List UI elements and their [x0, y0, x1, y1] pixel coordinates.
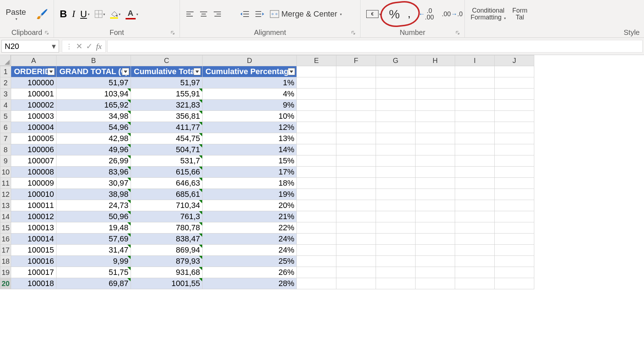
row-header[interactable]: 6: [0, 122, 11, 133]
increase-decimal-button[interactable]: ←.0.00: [417, 7, 435, 21]
cell[interactable]: [376, 245, 416, 256]
cell[interactable]: [297, 133, 336, 144]
cell[interactable]: 49,96: [56, 144, 131, 155]
cell[interactable]: [336, 122, 376, 133]
table-header-cell[interactable]: Cumulative Percentage: [203, 66, 297, 77]
cell[interactable]: [376, 200, 416, 211]
cell[interactable]: 100012: [11, 211, 56, 222]
cell[interactable]: 100016: [11, 256, 56, 267]
cell[interactable]: [297, 144, 336, 155]
cell[interactable]: [495, 77, 534, 89]
cell[interactable]: 26%: [203, 267, 297, 278]
cell[interactable]: [495, 200, 534, 211]
cell[interactable]: 22%: [203, 222, 297, 234]
cell[interactable]: [495, 122, 534, 133]
cell[interactable]: 24%: [203, 245, 297, 256]
cell[interactable]: [416, 222, 455, 234]
cell[interactable]: 646,63: [131, 178, 203, 189]
column-header-A[interactable]: A: [11, 55, 56, 66]
cell[interactable]: [495, 133, 534, 144]
column-header-H[interactable]: H: [416, 55, 455, 66]
cell[interactable]: [455, 111, 495, 122]
cell[interactable]: [336, 278, 376, 289]
cell[interactable]: [495, 256, 534, 267]
table-header-cell[interactable]: Cumulative Total: [131, 66, 203, 77]
column-header-C[interactable]: C: [131, 55, 203, 66]
cell[interactable]: [336, 178, 376, 189]
cell[interactable]: 165,92: [56, 100, 131, 111]
align-left-button[interactable]: [184, 10, 196, 18]
column-header-E[interactable]: E: [297, 55, 336, 66]
column-header-I[interactable]: I: [455, 55, 495, 66]
cell[interactable]: 838,47: [131, 234, 203, 245]
cell[interactable]: 100015: [11, 245, 56, 256]
row-header[interactable]: 13: [0, 200, 11, 211]
cell[interactable]: 100018: [11, 278, 56, 289]
font-color-button[interactable]: A ▾: [124, 8, 140, 20]
align-right-button[interactable]: [212, 10, 223, 18]
row-header[interactable]: 16: [0, 234, 11, 245]
cell[interactable]: [455, 77, 495, 89]
cell[interactable]: [416, 245, 455, 256]
clipboard-launcher[interactable]: [44, 30, 50, 36]
decrease-decimal-button[interactable]: .00→.0: [440, 10, 464, 18]
cell[interactable]: [495, 222, 534, 234]
row-header[interactable]: 10: [0, 167, 11, 178]
cell[interactable]: 1001,55: [131, 278, 203, 289]
cell[interactable]: [495, 278, 534, 289]
cell[interactable]: 12%: [203, 122, 297, 133]
cell[interactable]: [376, 155, 416, 167]
cell[interactable]: 54,96: [56, 122, 131, 133]
cell[interactable]: 780,78: [131, 222, 203, 234]
cell[interactable]: [297, 267, 336, 278]
cell[interactable]: 100010: [11, 189, 56, 200]
cell[interactable]: 504,71: [131, 144, 203, 155]
cell[interactable]: [416, 278, 455, 289]
row-header[interactable]: 1: [0, 66, 11, 77]
cell[interactable]: [416, 122, 455, 133]
cell[interactable]: [495, 245, 534, 256]
select-all-button[interactable]: [0, 55, 11, 66]
cell[interactable]: [416, 167, 455, 178]
column-header-B[interactable]: B: [56, 55, 131, 66]
cell[interactable]: 17%: [203, 167, 297, 178]
cell[interactable]: [376, 189, 416, 200]
conditional-formatting-button[interactable]: Conditional Formatting ▾: [469, 6, 507, 22]
cell[interactable]: [455, 155, 495, 167]
cell[interactable]: 100007: [11, 155, 56, 167]
row-header[interactable]: 3: [0, 89, 11, 100]
cell[interactable]: 19%: [203, 189, 297, 200]
cell[interactable]: [455, 133, 495, 144]
insert-function-button[interactable]: fx: [96, 42, 102, 51]
bold-button[interactable]: B: [58, 8, 68, 21]
cell[interactable]: 28%: [203, 278, 297, 289]
cell[interactable]: 34,98: [56, 111, 131, 122]
cell[interactable]: 100013: [11, 222, 56, 234]
cell[interactable]: [297, 245, 336, 256]
cell[interactable]: [297, 155, 336, 167]
column-header-G[interactable]: G: [376, 55, 416, 66]
cell[interactable]: [336, 89, 376, 100]
cell[interactable]: [495, 66, 534, 77]
cell[interactable]: [297, 100, 336, 111]
cell[interactable]: 51,97: [131, 77, 203, 89]
cell[interactable]: 100006: [11, 144, 56, 155]
cell[interactable]: [495, 167, 534, 178]
cell[interactable]: [376, 256, 416, 267]
row-header[interactable]: 2: [0, 77, 11, 89]
cell[interactable]: [336, 222, 376, 234]
cell[interactable]: 454,75: [131, 133, 203, 144]
cell[interactable]: 9%: [203, 100, 297, 111]
cell[interactable]: [455, 144, 495, 155]
cell[interactable]: [495, 155, 534, 167]
cell[interactable]: 31,47: [56, 245, 131, 256]
cell[interactable]: [455, 100, 495, 111]
name-box[interactable]: N20 ▾: [1, 40, 59, 53]
cell[interactable]: [297, 234, 336, 245]
cell[interactable]: [416, 77, 455, 89]
cell[interactable]: 103,94: [56, 89, 131, 100]
filter-dropdown-button[interactable]: [194, 68, 201, 75]
cell[interactable]: [376, 122, 416, 133]
cell[interactable]: 531,7: [131, 155, 203, 167]
cell[interactable]: 50,96: [56, 211, 131, 222]
